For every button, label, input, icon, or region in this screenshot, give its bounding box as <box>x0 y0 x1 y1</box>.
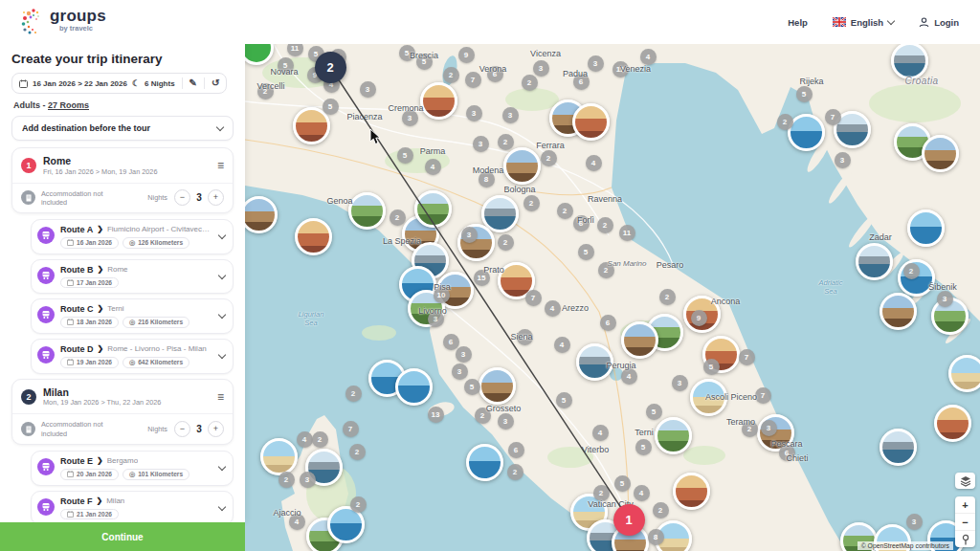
photo-marker[interactable] <box>414 190 452 228</box>
cluster-badge[interactable]: 2 <box>593 485 610 501</box>
photo-marker[interactable] <box>420 82 457 120</box>
cluster-badge[interactable]: 2 <box>443 67 459 83</box>
cluster-badge[interactable]: 6 <box>443 334 459 350</box>
cluster-badge[interactable]: 9 <box>458 47 475 63</box>
cluster-badge[interactable]: 2 <box>498 134 514 150</box>
cluster-badge[interactable]: 5 <box>635 439 652 455</box>
cluster-badge[interactable]: 3 <box>466 105 482 121</box>
zoom-in-button[interactable]: + <box>955 496 975 513</box>
cluster-badge[interactable]: 4 <box>554 337 570 353</box>
cluster-badge[interactable]: 2 <box>523 195 540 211</box>
photo-marker[interactable] <box>245 196 278 233</box>
cluster-badge[interactable]: 6 <box>508 442 524 458</box>
cluster-badge[interactable]: 2 <box>390 209 406 226</box>
cluster-badge[interactable]: 3 <box>456 346 472 363</box>
photo-marker[interactable] <box>922 135 959 172</box>
photo-marker[interactable] <box>348 192 386 230</box>
cluster-badge[interactable]: 2 <box>507 464 523 480</box>
cluster-badge[interactable]: 5 <box>578 244 594 260</box>
photo-marker[interactable] <box>934 405 971 442</box>
cluster-badge[interactable]: 2 <box>345 386 362 402</box>
nights-plus-button[interactable]: + <box>208 189 224 206</box>
cluster-badge[interactable]: 4 <box>545 300 561 317</box>
cluster-badge[interactable]: 4 <box>621 368 637 385</box>
cluster-badge[interactable]: 2 <box>278 472 295 488</box>
route-card-route-a[interactable]: Route A ❯ Fiumicino Airport - Civitavecc… <box>31 219 234 254</box>
cluster-badge[interactable]: 5 <box>703 359 720 375</box>
route-card-route-f[interactable]: Route F ❯ Milan 21 Jan 2026 <box>31 491 234 522</box>
route-card-route-d[interactable]: Route D ❯ Rome - Livorno - Pisa - Milan … <box>31 339 234 374</box>
layers-button[interactable] <box>955 473 975 489</box>
cluster-badge[interactable]: 11 <box>619 225 635 241</box>
route-card-route-e[interactable]: Route E ❯ Bergamo 20 Jan 2026 ◎101 Kilom… <box>31 451 234 486</box>
nights-minus-button[interactable]: − <box>174 189 190 206</box>
cluster-badge[interactable]: 4 <box>586 155 602 171</box>
cluster-badge[interactable]: 3 <box>533 60 549 77</box>
cluster-badge[interactable]: 3 <box>835 152 851 168</box>
photo-marker[interactable] <box>572 103 610 141</box>
cluster-badge[interactable]: 3 <box>498 413 514 430</box>
photo-marker[interactable] <box>466 444 503 481</box>
cluster-badge[interactable]: 5 <box>614 475 631 492</box>
photo-marker[interactable] <box>788 114 825 151</box>
help-link[interactable]: Help <box>788 17 808 28</box>
cluster-badge[interactable]: 2 <box>557 203 573 219</box>
cluster-badge[interactable]: 7 <box>465 72 481 88</box>
cluster-badge[interactable]: 2 <box>312 431 328 448</box>
photo-marker[interactable] <box>655 417 692 454</box>
cluster-badge[interactable]: 3 <box>473 136 489 152</box>
cluster-badge[interactable]: 7 <box>525 290 542 306</box>
cluster-badge[interactable]: 2 <box>498 234 514 251</box>
photo-marker[interactable] <box>856 243 893 280</box>
cluster-badge[interactable]: 3 <box>461 227 478 243</box>
cluster-badge[interactable]: 3 <box>937 291 953 307</box>
cluster-badge[interactable]: 3 <box>452 364 468 380</box>
cluster-badge[interactable]: 5 <box>796 86 813 102</box>
language-selector[interactable]: English <box>833 17 894 28</box>
cluster-badge[interactable]: 5 <box>556 392 572 408</box>
photo-marker[interactable] <box>673 473 710 510</box>
logo[interactable]: groups by travelc <box>21 8 106 36</box>
cluster-badge[interactable]: 3 <box>360 81 376 98</box>
stop-marker-2[interactable]: 2 <box>315 52 346 83</box>
photo-marker[interactable] <box>395 368 433 406</box>
cluster-badge[interactable]: 5 <box>464 379 480 395</box>
cluster-badge[interactable]: 3 <box>672 375 688 391</box>
cluster-badge[interactable]: 3 <box>906 514 923 530</box>
cluster-badge[interactable]: 13 <box>428 407 444 423</box>
zoom-out-button[interactable]: − <box>955 513 975 530</box>
drag-handle-icon[interactable]: ≡ <box>217 391 224 403</box>
reset-button[interactable]: ↺ <box>212 78 219 88</box>
cluster-badge[interactable]: 8 <box>648 529 664 545</box>
add-destination-before[interactable]: Add destination before the tour <box>11 116 234 141</box>
route-card-route-b[interactable]: Route B ❯ Rome 17 Jan 2026 <box>31 259 234 294</box>
photo-marker[interactable] <box>907 209 945 247</box>
edit-dates-button[interactable]: ✎ <box>189 78 197 88</box>
cluster-badge[interactable]: 3 <box>761 420 777 436</box>
nights-plus-button[interactable]: + <box>208 421 224 437</box>
cluster-badge[interactable]: 2 <box>653 502 669 518</box>
login-button[interactable]: Login <box>919 17 959 28</box>
cluster-badge[interactable]: 7 <box>825 109 841 125</box>
cluster-badge[interactable]: 7 <box>343 421 359 437</box>
cluster-badge[interactable]: 4 <box>297 431 313 448</box>
photo-marker[interactable] <box>880 429 917 466</box>
photo-marker[interactable] <box>621 321 658 359</box>
cluster-badge[interactable]: 4 <box>592 425 609 441</box>
route-card-route-c[interactable]: Route C ❯ Terni 18 Jan 2026 ◎216 Kilomet… <box>31 298 234 334</box>
cluster-badge[interactable]: 4 <box>425 159 441 175</box>
cluster-badge[interactable]: 9 <box>691 310 707 326</box>
cluster-badge[interactable]: 5 <box>397 147 413 164</box>
cluster-badge[interactable]: 5 <box>323 99 339 115</box>
cluster-badge[interactable]: 2 <box>777 114 793 130</box>
cluster-badge[interactable]: 7 <box>739 349 755 365</box>
cluster-badge[interactable]: 3 <box>300 472 316 488</box>
cluster-badge[interactable]: 2 <box>350 496 367 513</box>
cluster-badge[interactable]: 5 <box>646 404 662 420</box>
map-canvas[interactable]: 1151159432555927632361145273233333224548… <box>245 44 980 551</box>
nights-minus-button[interactable]: − <box>174 421 190 437</box>
photo-marker[interactable] <box>880 293 917 330</box>
photo-marker[interactable] <box>948 355 980 392</box>
cluster-badge[interactable]: 2 <box>541 150 557 166</box>
cluster-badge[interactable]: 3 <box>502 107 519 123</box>
